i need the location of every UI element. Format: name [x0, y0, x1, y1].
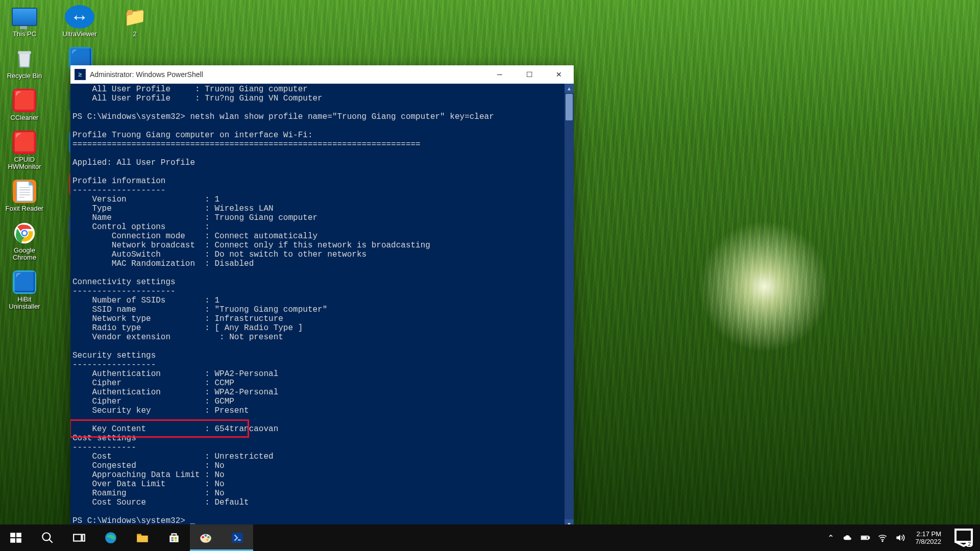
search-icon — [41, 531, 54, 544]
show-hidden-icons-button[interactable]: ⌃ — [825, 533, 836, 543]
svg-rect-5 — [16, 533, 21, 537]
desktop-icon-ccleaner[interactable]: 🟥CCleaner — [2, 89, 47, 121]
svg-rect-7 — [16, 538, 21, 543]
terminal-text-highlight: Key Content : 654trancaovan — [72, 424, 278, 434]
svg-rect-6 — [10, 538, 15, 543]
taskbar-powershell[interactable] — [222, 524, 253, 551]
powershell-icon — [231, 531, 244, 544]
svg-point-22 — [206, 539, 208, 541]
task-view-icon — [72, 531, 86, 544]
scroll-thumb[interactable] — [566, 94, 573, 120]
desktop-icon-recycle-bin[interactable]: Recycle Bin — [2, 47, 47, 80]
tray-battery-icon[interactable] — [860, 533, 870, 543]
svg-rect-14 — [172, 537, 174, 539]
tray-volume-icon[interactable] — [895, 533, 905, 543]
svg-rect-28 — [955, 530, 972, 542]
window-title: Administrator: Windows PowerShell — [90, 70, 203, 79]
ultraviewer-icon: ↔ — [65, 5, 94, 29]
desktop-icon-label: Google Chrome — [2, 247, 47, 261]
svg-rect-4 — [10, 533, 15, 537]
desktop-icon-label: Foxit Reader — [6, 205, 43, 212]
store-icon — [167, 531, 181, 544]
recycle-bin-icon — [10, 47, 39, 70]
tray-wifi-icon[interactable] — [877, 533, 888, 543]
notification-badge: 2 — [966, 541, 973, 547]
ccleaner-icon: 🟥 — [13, 89, 36, 112]
cloud-icon — [843, 533, 853, 543]
desktop-icon-label: UltraViewer — [63, 31, 97, 38]
terminal-scrollbar[interactable]: ▲ ▼ — [565, 84, 574, 529]
taskbar-clock[interactable]: 2:17 PM 7/8/2022 — [912, 530, 944, 545]
terminal-text-post: Cost settings ------------- Cost : Unres… — [72, 434, 274, 525]
desktop-icon-cpuid-hwmonitor[interactable]: 🟥CPUID HWMonitor — [2, 131, 47, 170]
desktop-icon-label: 2 — [133, 31, 136, 38]
powershell-window: ≥ Administrator: Windows PowerShell ─ ☐ … — [70, 65, 574, 526]
file-explorer-icon — [136, 531, 149, 544]
desktop-icon-foxit-reader[interactable]: 📄Foxit Reader — [2, 180, 47, 212]
paint-icon — [199, 531, 212, 544]
wifi-icon — [877, 533, 888, 543]
svg-rect-25 — [869, 537, 870, 538]
folder-icon: 📁 — [120, 5, 150, 29]
start-button[interactable] — [0, 524, 32, 551]
task-view-button[interactable] — [63, 524, 95, 551]
search-button[interactable] — [32, 524, 63, 551]
desktop-icon-label: CCleaner — [11, 114, 39, 121]
svg-rect-17 — [175, 539, 177, 541]
highlighted-key-content: Key Content : 654trancaovan — [72, 424, 278, 434]
taskbar-file-explorer[interactable] — [127, 524, 158, 551]
window-controls: ─ ☐ ✕ — [485, 65, 574, 84]
taskbar-edge[interactable] — [95, 524, 127, 551]
terminal-text-pre: All User Profile : Truong Giang computer… — [72, 85, 494, 415]
svg-point-8 — [42, 533, 50, 540]
terminal-output[interactable]: All User Profile : Truong Giang computer… — [70, 84, 565, 529]
edge-icon — [104, 531, 117, 544]
desktop-icon-label: HiBit Uninstaller — [2, 296, 47, 310]
clock-date: 7/8/2022 — [915, 538, 941, 545]
terminal-wrapper: All User Profile : Truong Giang computer… — [70, 84, 574, 529]
desktop-icon-label: Recycle Bin — [7, 72, 42, 80]
powershell-icon: ≥ — [75, 69, 86, 80]
svg-rect-0 — [18, 51, 31, 54]
hibit-uninstaller-icon: 🟦 — [13, 270, 36, 294]
maximize-button[interactable]: ☐ — [514, 65, 544, 84]
svg-rect-10 — [74, 535, 81, 541]
svg-point-20 — [205, 535, 207, 537]
system-tray: ⌃ 2:17 PM 7/8/2022 2 — [821, 524, 980, 551]
taskbar: ⌃ 2:17 PM 7/8/2022 2 — [0, 524, 980, 551]
svg-point-3 — [22, 231, 26, 235]
taskbar-store[interactable] — [158, 524, 190, 551]
google-chrome-icon — [10, 221, 39, 245]
battery-icon — [860, 533, 870, 543]
svg-rect-16 — [172, 539, 174, 541]
close-button[interactable]: ✕ — [544, 65, 574, 84]
svg-rect-13 — [137, 534, 141, 535]
pc-icon — [10, 5, 39, 29]
taskbar-paint[interactable] — [190, 524, 222, 551]
desktop-icon-label: CPUID HWMonitor — [2, 156, 47, 170]
svg-point-27 — [883, 541, 884, 542]
clock-time: 2:17 PM — [917, 530, 941, 538]
window-titlebar[interactable]: ≥ Administrator: Windows PowerShell ─ ☐ … — [70, 65, 574, 84]
minimize-button[interactable]: ─ — [485, 65, 514, 84]
desktop-icon-ultraviewer[interactable]: ↔ UltraViewer — [57, 5, 102, 38]
svg-point-19 — [202, 536, 204, 538]
scroll-up-button[interactable]: ▲ — [565, 84, 574, 93]
desktop-icon-google-chrome[interactable]: Google Chrome — [2, 221, 47, 261]
svg-rect-26 — [863, 537, 867, 538]
desktop-icon-hibit-uninstaller[interactable]: 🟦HiBit Uninstaller — [2, 270, 47, 310]
cpuid-hwmonitor-icon: 🟥 — [13, 131, 36, 154]
desktop-icon-label: This PC — [13, 31, 36, 38]
svg-rect-11 — [83, 535, 85, 541]
desktop-icon-folder-2[interactable]: 📁 2 — [112, 5, 157, 38]
windows-icon — [9, 531, 22, 544]
volume-icon — [895, 533, 905, 543]
tray-onedrive-icon[interactable] — [843, 533, 853, 543]
svg-line-9 — [49, 539, 53, 543]
notification-icon — [951, 525, 976, 550]
svg-point-21 — [207, 536, 209, 538]
foxit-reader-icon: 📄 — [13, 180, 36, 203]
svg-rect-15 — [175, 537, 177, 539]
action-center-button[interactable]: 2 — [951, 525, 976, 550]
desktop-icon-this-pc[interactable]: This PC — [2, 5, 47, 38]
